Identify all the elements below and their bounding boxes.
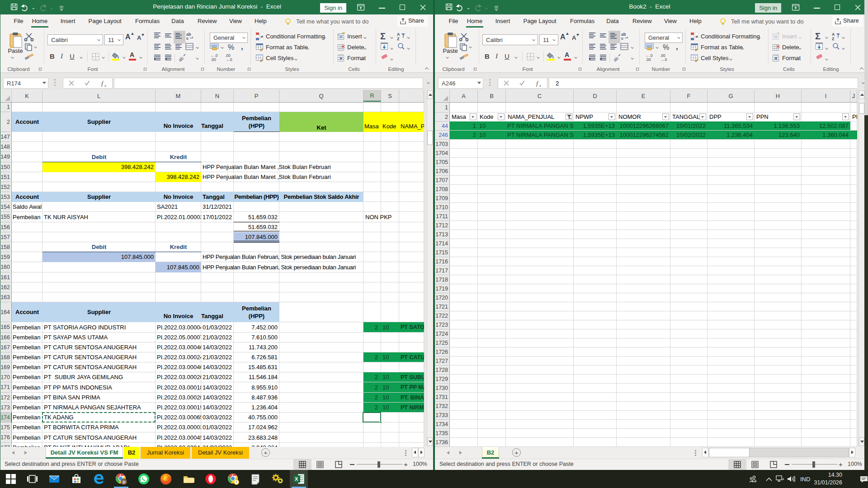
svg-text:Z: Z	[397, 37, 400, 41]
svg-text:D: D	[123, 480, 126, 484]
svg-text:,: ,	[676, 43, 678, 51]
svg-text:A: A	[832, 32, 835, 37]
svg-text:f: f	[536, 80, 539, 87]
svg-text:%: %	[663, 43, 669, 51]
svg-text:→.0: →.0	[660, 57, 667, 62]
svg-text:c: c	[621, 36, 623, 41]
svg-text:c: c	[186, 36, 189, 41]
svg-text:A: A	[397, 32, 400, 37]
svg-text:,: ,	[241, 43, 243, 51]
svg-text:ab: ab	[612, 56, 619, 63]
svg-text:.00: .00	[211, 57, 216, 62]
svg-text:→.0: →.0	[225, 57, 232, 62]
svg-text:%: %	[228, 43, 234, 51]
svg-text:x: x	[104, 83, 106, 87]
svg-text:X: X	[295, 476, 298, 482]
svg-text:≠: ≠	[260, 34, 263, 39]
svg-text:x: x	[539, 83, 541, 87]
svg-text:≠: ≠	[695, 34, 698, 39]
svg-text:Z: Z	[832, 37, 835, 41]
svg-text:.00: .00	[646, 57, 651, 62]
svg-text:f: f	[101, 80, 104, 87]
svg-text:ab: ab	[177, 56, 184, 63]
